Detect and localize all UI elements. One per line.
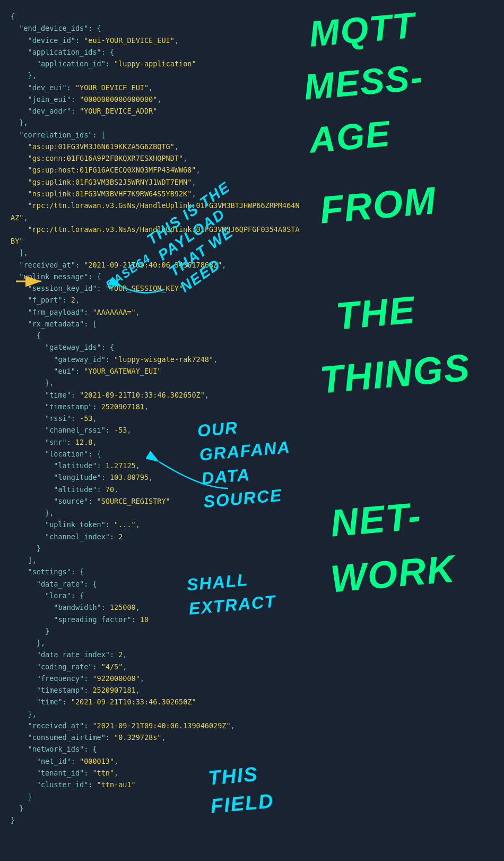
the-annotation: THE: [334, 290, 417, 335]
mqtt-message-annotation-2: MESS-: [302, 58, 424, 105]
network-annotation-2: WORK: [329, 549, 457, 598]
from-annotation: FROM: [318, 181, 438, 229]
things-annotation: THINGS: [318, 348, 472, 399]
network-annotation-1: NET-: [329, 496, 423, 543]
grafana-annotation: OURGRAFANADATASOURCE: [196, 411, 296, 514]
mqtt-message-annotation: MQTT: [308, 7, 417, 52]
this-field-annotation: THISFIELD: [207, 759, 275, 821]
mqtt-message-annotation-3: AGE: [308, 115, 392, 158]
shall-extract-annotation: SHALLEXTRACT: [186, 566, 277, 621]
